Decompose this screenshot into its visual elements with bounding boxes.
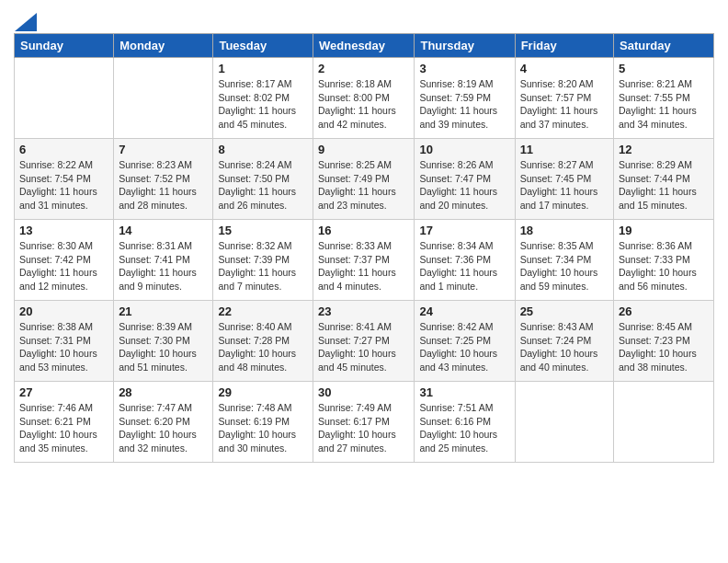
day-number: 29 bbox=[218, 385, 308, 399]
calendar-cell: 29Sunrise: 7:48 AMSunset: 6:19 PMDayligh… bbox=[213, 382, 313, 463]
day-number: 30 bbox=[318, 385, 409, 399]
calendar-cell: 5Sunrise: 8:21 AMSunset: 7:55 PMDaylight… bbox=[614, 58, 714, 139]
day-number: 22 bbox=[218, 304, 308, 318]
day-info: Sunrise: 8:36 AMSunset: 7:33 PMDaylight:… bbox=[619, 239, 709, 293]
header-day-sunday: Sunday bbox=[15, 34, 114, 58]
calendar-cell: 30Sunrise: 7:49 AMSunset: 6:17 PMDayligh… bbox=[313, 382, 415, 463]
day-info: Sunrise: 8:18 AMSunset: 8:00 PMDaylight:… bbox=[318, 77, 409, 132]
day-number: 24 bbox=[419, 304, 509, 318]
day-number: 7 bbox=[119, 143, 208, 156]
day-info: Sunrise: 7:51 AMSunset: 6:16 PMDaylight:… bbox=[419, 401, 509, 455]
calendar-cell: 24Sunrise: 8:42 AMSunset: 7:25 PMDayligh… bbox=[415, 301, 515, 382]
day-info: Sunrise: 8:17 AMSunset: 8:02 PMDaylight:… bbox=[218, 77, 308, 132]
calendar-cell bbox=[15, 58, 114, 139]
day-number: 6 bbox=[19, 143, 108, 156]
day-info: Sunrise: 8:26 AMSunset: 7:47 PMDaylight:… bbox=[419, 158, 509, 213]
calendar-cell: 16Sunrise: 8:33 AMSunset: 7:37 PMDayligh… bbox=[313, 220, 415, 301]
calendar-cell: 31Sunrise: 7:51 AMSunset: 6:16 PMDayligh… bbox=[415, 382, 515, 463]
day-number: 4 bbox=[520, 62, 609, 75]
day-number: 14 bbox=[119, 224, 208, 237]
calendar-cell: 10Sunrise: 8:26 AMSunset: 7:47 PMDayligh… bbox=[415, 139, 515, 220]
header bbox=[14, 9, 714, 28]
day-info: Sunrise: 8:38 AMSunset: 7:31 PMDaylight:… bbox=[19, 320, 108, 374]
day-number: 3 bbox=[419, 62, 509, 75]
days-header-row: SundayMondayTuesdayWednesdayThursdayFrid… bbox=[15, 34, 714, 58]
day-number: 16 bbox=[318, 224, 409, 237]
day-number: 31 bbox=[419, 385, 509, 399]
day-info: Sunrise: 8:43 AMSunset: 7:24 PMDaylight:… bbox=[520, 320, 609, 374]
calendar-cell: 4Sunrise: 8:20 AMSunset: 7:57 PMDaylight… bbox=[515, 58, 613, 139]
calendar-cell: 6Sunrise: 8:22 AMSunset: 7:54 PMDaylight… bbox=[15, 139, 114, 220]
day-info: Sunrise: 8:22 AMSunset: 7:54 PMDaylight:… bbox=[19, 158, 108, 213]
day-number: 27 bbox=[19, 385, 108, 399]
calendar-week-1: 1Sunrise: 8:17 AMSunset: 8:02 PMDaylight… bbox=[15, 58, 714, 139]
day-info: Sunrise: 8:34 AMSunset: 7:36 PMDaylight:… bbox=[419, 239, 509, 293]
calendar-cell: 19Sunrise: 8:36 AMSunset: 7:33 PMDayligh… bbox=[614, 220, 714, 301]
day-number: 1 bbox=[218, 62, 308, 75]
day-number: 12 bbox=[619, 143, 709, 156]
day-number: 28 bbox=[119, 385, 208, 399]
calendar-cell: 13Sunrise: 8:30 AMSunset: 7:42 PMDayligh… bbox=[15, 220, 114, 301]
day-number: 9 bbox=[318, 143, 409, 156]
logo bbox=[14, 13, 37, 28]
calendar-cell bbox=[114, 58, 213, 139]
day-info: Sunrise: 7:47 AMSunset: 6:20 PMDaylight:… bbox=[119, 401, 208, 455]
day-number: 19 bbox=[619, 224, 709, 237]
calendar-cell: 23Sunrise: 8:41 AMSunset: 7:27 PMDayligh… bbox=[313, 301, 415, 382]
calendar-week-4: 20Sunrise: 8:38 AMSunset: 7:31 PMDayligh… bbox=[15, 301, 714, 382]
day-info: Sunrise: 8:21 AMSunset: 7:55 PMDaylight:… bbox=[619, 77, 709, 132]
day-number: 25 bbox=[520, 304, 609, 318]
calendar-cell: 2Sunrise: 8:18 AMSunset: 8:00 PMDaylight… bbox=[313, 58, 415, 139]
calendar-cell: 7Sunrise: 8:23 AMSunset: 7:52 PMDaylight… bbox=[114, 139, 213, 220]
day-info: Sunrise: 8:20 AMSunset: 7:57 PMDaylight:… bbox=[520, 77, 609, 132]
day-info: Sunrise: 8:30 AMSunset: 7:42 PMDaylight:… bbox=[19, 239, 108, 293]
day-info: Sunrise: 8:23 AMSunset: 7:52 PMDaylight:… bbox=[119, 158, 208, 213]
calendar-cell: 21Sunrise: 8:39 AMSunset: 7:30 PMDayligh… bbox=[114, 301, 213, 382]
calendar-cell bbox=[515, 382, 613, 463]
calendar-cell: 11Sunrise: 8:27 AMSunset: 7:45 PMDayligh… bbox=[515, 139, 613, 220]
calendar-cell: 28Sunrise: 7:47 AMSunset: 6:20 PMDayligh… bbox=[114, 382, 213, 463]
calendar-week-5: 27Sunrise: 7:46 AMSunset: 6:21 PMDayligh… bbox=[15, 382, 714, 463]
calendar: SundayMondayTuesdayWednesdayThursdayFrid… bbox=[14, 33, 714, 463]
logo-icon bbox=[15, 13, 37, 31]
day-info: Sunrise: 8:39 AMSunset: 7:30 PMDaylight:… bbox=[119, 320, 208, 374]
day-number: 23 bbox=[318, 304, 409, 318]
day-number: 5 bbox=[619, 62, 709, 75]
day-number: 18 bbox=[520, 224, 609, 237]
header-day-monday: Monday bbox=[114, 34, 213, 58]
day-info: Sunrise: 8:31 AMSunset: 7:41 PMDaylight:… bbox=[119, 239, 208, 293]
header-day-saturday: Saturday bbox=[614, 34, 714, 58]
calendar-cell: 27Sunrise: 7:46 AMSunset: 6:21 PMDayligh… bbox=[15, 382, 114, 463]
day-info: Sunrise: 8:25 AMSunset: 7:49 PMDaylight:… bbox=[318, 158, 409, 213]
day-number: 8 bbox=[218, 143, 308, 156]
svg-marker-0 bbox=[15, 13, 37, 31]
calendar-cell: 8Sunrise: 8:24 AMSunset: 7:50 PMDaylight… bbox=[213, 139, 313, 220]
day-number: 2 bbox=[318, 62, 409, 75]
calendar-week-3: 13Sunrise: 8:30 AMSunset: 7:42 PMDayligh… bbox=[15, 220, 714, 301]
calendar-cell: 25Sunrise: 8:43 AMSunset: 7:24 PMDayligh… bbox=[515, 301, 613, 382]
day-info: Sunrise: 7:46 AMSunset: 6:21 PMDaylight:… bbox=[19, 401, 108, 455]
calendar-cell: 26Sunrise: 8:45 AMSunset: 7:23 PMDayligh… bbox=[614, 301, 714, 382]
calendar-cell: 3Sunrise: 8:19 AMSunset: 7:59 PMDaylight… bbox=[415, 58, 515, 139]
calendar-cell: 9Sunrise: 8:25 AMSunset: 7:49 PMDaylight… bbox=[313, 139, 415, 220]
header-day-wednesday: Wednesday bbox=[313, 34, 415, 58]
header-day-tuesday: Tuesday bbox=[213, 34, 313, 58]
day-info: Sunrise: 7:49 AMSunset: 6:17 PMDaylight:… bbox=[318, 401, 409, 455]
day-number: 10 bbox=[419, 143, 509, 156]
day-info: Sunrise: 8:24 AMSunset: 7:50 PMDaylight:… bbox=[218, 158, 308, 213]
calendar-week-2: 6Sunrise: 8:22 AMSunset: 7:54 PMDaylight… bbox=[15, 139, 714, 220]
calendar-cell: 18Sunrise: 8:35 AMSunset: 7:34 PMDayligh… bbox=[515, 220, 613, 301]
day-number: 26 bbox=[619, 304, 709, 318]
header-day-friday: Friday bbox=[515, 34, 613, 58]
day-info: Sunrise: 8:35 AMSunset: 7:34 PMDaylight:… bbox=[520, 239, 609, 293]
calendar-cell: 17Sunrise: 8:34 AMSunset: 7:36 PMDayligh… bbox=[415, 220, 515, 301]
day-number: 15 bbox=[218, 224, 308, 237]
day-number: 17 bbox=[419, 224, 509, 237]
calendar-cell: 22Sunrise: 8:40 AMSunset: 7:28 PMDayligh… bbox=[213, 301, 313, 382]
day-info: Sunrise: 8:40 AMSunset: 7:28 PMDaylight:… bbox=[218, 320, 308, 374]
calendar-cell: 14Sunrise: 8:31 AMSunset: 7:41 PMDayligh… bbox=[114, 220, 213, 301]
day-info: Sunrise: 8:33 AMSunset: 7:37 PMDaylight:… bbox=[318, 239, 409, 293]
day-number: 21 bbox=[119, 304, 208, 318]
day-info: Sunrise: 8:27 AMSunset: 7:45 PMDaylight:… bbox=[520, 158, 609, 213]
day-number: 13 bbox=[19, 224, 108, 237]
